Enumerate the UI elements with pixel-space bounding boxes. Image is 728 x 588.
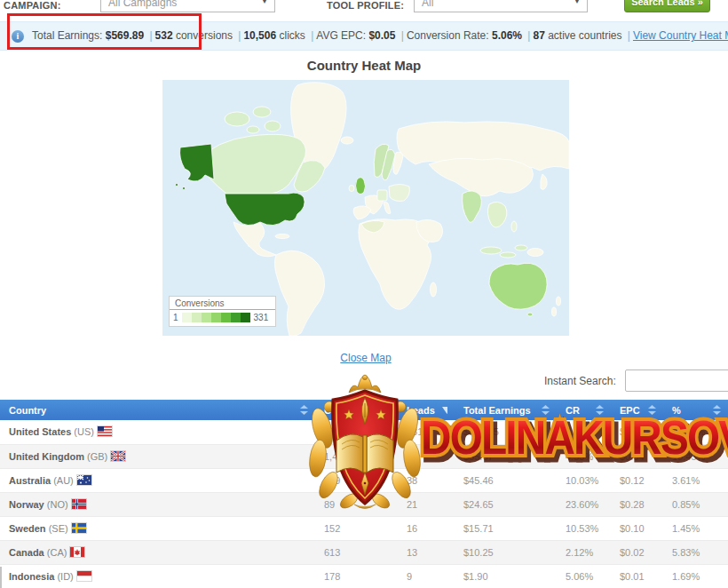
- total-earnings-value: $569.89: [106, 29, 144, 42]
- conversions-label: conversions: [173, 29, 236, 42]
- epc-cell: $0.12: [611, 468, 663, 492]
- separator: |: [399, 29, 407, 42]
- epc-cell: $0.02: [611, 540, 663, 564]
- leads-cell: 64: [398, 444, 455, 468]
- earnings-cell: $15.71: [455, 516, 557, 540]
- tool-profile-label: TOOL PROFILE:: [327, 0, 404, 11]
- total-earnings-label: Total Earnings:: [32, 29, 106, 42]
- epc-cell: $0.10: [611, 516, 663, 540]
- legend-color-cell: [202, 313, 211, 322]
- column-header-total-earnings[interactable]: Total Earnings: [455, 400, 557, 420]
- info-icon: i: [12, 30, 24, 43]
- column-label: CR: [566, 405, 580, 416]
- country-code: (SE): [49, 523, 68, 534]
- earnings-cell: $10.25: [455, 540, 557, 564]
- sort-desc-icon: [442, 407, 447, 414]
- percent-cell: 0.85%: [663, 492, 728, 516]
- close-map-link[interactable]: Close Map: [340, 352, 391, 364]
- table-row-united-states[interactable]: United States (US) 5,517 331 $335.15 6.0…: [0, 420, 728, 444]
- map-legend: Conversions 1 331: [169, 296, 276, 327]
- cr-cell: 4.53%: [557, 444, 611, 468]
- table-row-sweden[interactable]: Sweden (SE) 152 16 $15.71 10.53% $0.10 1…: [0, 516, 728, 540]
- world-heat-map[interactable]: Conversions 1 331: [162, 80, 569, 336]
- chevron-down-icon: ▼: [574, 0, 581, 5]
- column-header-epc[interactable]: EPC: [611, 400, 663, 420]
- leads-cell: 9: [398, 564, 455, 588]
- legend-color-cell: [211, 313, 221, 322]
- separator: |: [625, 29, 633, 42]
- search-leads-button[interactable]: Search Leads »: [624, 0, 710, 12]
- column-label: Total Earnings: [463, 405, 531, 416]
- legend-color-cell: [221, 313, 231, 322]
- percent-cell: 1.69%: [663, 564, 728, 588]
- country-code: (AU): [53, 475, 74, 486]
- epc-cell: $0.01: [611, 564, 663, 588]
- country-stats-table: Country Clicks Leads Total Earnings CR E…: [0, 400, 728, 588]
- table-row-united-kingdom[interactable]: United Kingdom (GB) 1,413 64 $55.67 4.53…: [0, 444, 728, 468]
- column-header-cr[interactable]: CR: [557, 400, 611, 420]
- country-name: Canada: [9, 547, 44, 558]
- column-header-country[interactable]: Country: [0, 400, 315, 420]
- campaign-select[interactable]: All Campaigns ▼: [100, 0, 275, 12]
- clicks-cell: 613: [315, 540, 398, 564]
- legend-color-cell: [241, 313, 250, 322]
- sort-icon: [300, 405, 308, 415]
- column-header-clicks[interactable]: Clicks: [315, 400, 398, 420]
- cr-cell: 23.60%: [557, 492, 611, 516]
- clicks-cell: 152: [315, 516, 398, 540]
- earnings-cell: $24.65: [455, 492, 557, 516]
- sort-icon: [648, 405, 656, 415]
- earnings-cell: $55.67: [455, 444, 557, 468]
- leads-cell: 38: [398, 468, 455, 492]
- cr-cell: 2.12%: [557, 540, 611, 564]
- leads-cell: 16: [398, 516, 455, 540]
- column-header-leads[interactable]: Leads: [398, 400, 455, 420]
- country-name: Indonesia: [9, 571, 54, 582]
- cr-cell: 10.53%: [557, 516, 611, 540]
- percent-cell: 5.83%: [663, 540, 728, 564]
- earnings-cell: $335.15: [455, 420, 557, 444]
- country-name: United States: [9, 426, 71, 437]
- no-flag-icon: [72, 499, 86, 509]
- legend-color-cell: [182, 313, 192, 322]
- chevron-down-icon: ▼: [261, 0, 268, 5]
- view-country-heat-map-link[interactable]: View Country Heat Map: [633, 29, 728, 42]
- separator: |: [146, 29, 154, 42]
- country-code: (CA): [47, 547, 67, 558]
- column-label: %: [672, 405, 681, 416]
- table-row-australia[interactable]: Australia (AU) 379 38 $45.46 10.03% $0.1…: [0, 468, 728, 492]
- column-label: Clicks: [324, 405, 352, 416]
- earnings-cell: $1.90: [455, 564, 557, 588]
- sort-icon: [596, 405, 604, 415]
- cr-cell: 10.03%: [557, 468, 611, 492]
- legend-title: Conversions: [170, 297, 275, 310]
- column-label: Country: [9, 405, 46, 416]
- heat-map-title: Country Heat Map: [0, 58, 728, 73]
- percent-cell: 3.61%: [663, 468, 728, 492]
- cr-cell: 5.06%: [557, 564, 611, 588]
- clicks-value: 10,506: [243, 29, 276, 42]
- table-row-indonesia[interactable]: Indonesia (ID) 178 9 $1.90 5.06% $0.01 1…: [0, 564, 728, 588]
- legend-color-cell: [192, 313, 202, 322]
- au-flag-icon: [77, 475, 91, 485]
- conversion-rate-value: 5.06%: [492, 29, 522, 42]
- tool-profile-select[interactable]: All ▼: [414, 0, 588, 12]
- us-flag-icon: [98, 426, 112, 436]
- clicks-cell: 89: [315, 492, 398, 516]
- legend-scale: [182, 313, 250, 322]
- epc-cell: $0.06: [611, 420, 663, 444]
- country-code: (ID): [57, 571, 73, 582]
- page-edge-artifact: [0, 567, 2, 588]
- table-row-norway[interactable]: Norway (NO) 89 21 $24.65 23.60% $0.28 0.…: [0, 492, 728, 516]
- separator: |: [308, 29, 316, 42]
- legend-color-cell: [231, 313, 241, 322]
- epc-cell: $0.28: [611, 492, 663, 516]
- epc-cell: $0.04: [611, 444, 663, 468]
- instant-search-input[interactable]: [625, 369, 728, 392]
- country-name: Sweden: [9, 523, 46, 534]
- percent-cell: 52.51%: [663, 420, 728, 444]
- leads-cell: 331: [398, 420, 455, 444]
- avg-epc-value: $0.05: [368, 29, 395, 42]
- column-header-percent[interactable]: %: [663, 400, 728, 420]
- table-row-canada[interactable]: Canada (CA) 613 13 $10.25 2.12% $0.02 5.…: [0, 540, 728, 564]
